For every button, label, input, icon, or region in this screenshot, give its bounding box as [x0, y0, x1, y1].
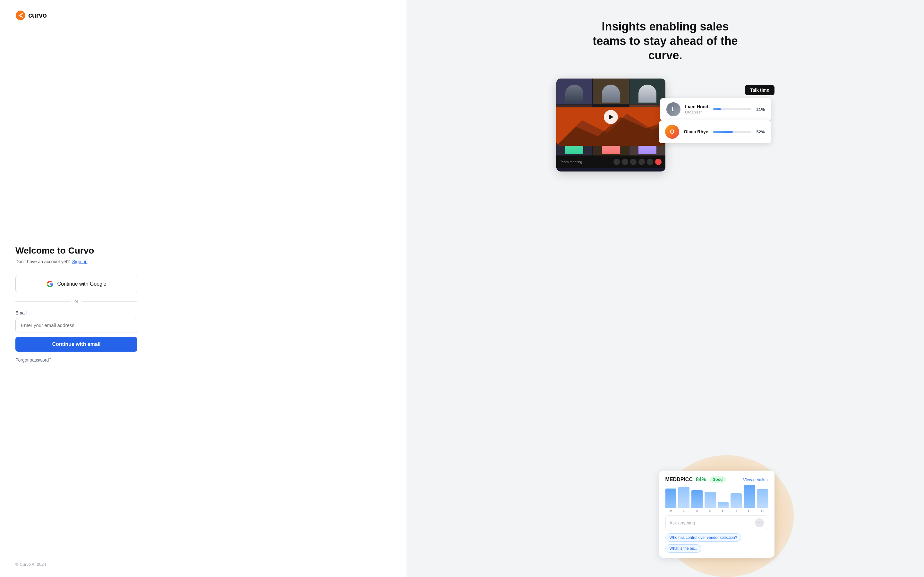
svg-point-0: [16, 11, 25, 20]
stat-bar-fill-liam: [713, 108, 721, 110]
left-panel: curvo Welcome to Curvo Don't have an acc…: [0, 0, 407, 577]
bar-label-M: M: [669, 509, 672, 513]
video-cell-2: [593, 79, 629, 104]
bar-label-I: I: [736, 509, 737, 513]
continue-email-button[interactable]: Continue with email: [15, 337, 137, 351]
bar-label-P: P: [722, 509, 724, 513]
bar-C2: [757, 489, 768, 508]
bar-label-C2: C: [761, 509, 764, 513]
stat-bar-track-liam: [713, 108, 751, 110]
stat-name-olivia: Olivia Rhye: [684, 129, 708, 134]
view-details-link[interactable]: View details ›: [743, 477, 768, 482]
bar-P: [718, 502, 729, 508]
talk-time-badge: Talk time: [745, 85, 774, 95]
divider-row: or: [15, 299, 137, 304]
video-footer: Team meeting: [556, 155, 666, 168]
right-headline: Insights enabling sales teams to stay ah…: [585, 19, 746, 63]
meddpicc-header: MEDDPICC 84% Good View details ›: [666, 476, 768, 483]
stat-name-liam: Liam Hood: [685, 104, 708, 109]
person-2: [593, 79, 629, 104]
stat-info-olivia: Olivia Rhye: [684, 129, 708, 134]
ctrl-screen[interactable]: [630, 159, 636, 165]
play-triangle-icon: [609, 114, 614, 119]
stat-bar-track-olivia: [713, 131, 751, 133]
bar-col-M: M: [666, 488, 677, 513]
signup-link[interactable]: Sign up: [72, 259, 87, 264]
meddpicc-card: MEDDPICC 84% Good View details › M E: [659, 471, 774, 558]
talk-time-label: Talk time: [750, 87, 769, 93]
email-label: Email: [15, 310, 137, 316]
play-button[interactable]: [604, 110, 618, 124]
person-1: [556, 79, 592, 104]
google-signin-button[interactable]: Continue with Google: [15, 276, 137, 292]
bar-D1: [691, 490, 703, 508]
suggestion-pills: Who has control over vendor selection? W…: [666, 533, 768, 553]
bar-C1: [744, 485, 755, 508]
stat-pct-olivia: 52%: [754, 129, 765, 134]
bar-col-E: E: [678, 487, 690, 513]
google-icon: [47, 280, 53, 287]
bar-E: [678, 487, 690, 508]
signup-prompt-text: Don't have an account yet?: [15, 259, 69, 264]
ctrl-mic[interactable]: [614, 159, 620, 165]
bar-I: [730, 493, 742, 508]
bar-col-D1: D: [691, 490, 703, 513]
bar-label-C1: C: [748, 509, 750, 513]
stat-bar-row-liam: 21%: [713, 107, 765, 112]
video-footer-label: Team meeting: [560, 160, 582, 164]
ctrl-end[interactable]: [655, 159, 662, 165]
bar-col-I: I: [730, 493, 742, 513]
stat-card-olivia: O Olivia Rhye 52%: [659, 120, 771, 143]
pill-2[interactable]: What is the bu...: [666, 544, 702, 553]
logo-text: curvo: [28, 11, 47, 19]
bar-label-D1: D: [696, 509, 698, 513]
bar-D2: [704, 492, 716, 508]
bar-col-C2: C: [757, 489, 768, 513]
stat-info-liam: Liam Hood Organizer: [685, 104, 708, 114]
bar-label-E: E: [683, 509, 685, 513]
divider-text: or: [74, 299, 78, 304]
ask-input-placeholder: Ask anything...: [670, 520, 752, 525]
meddpicc-title: MEDDPICC: [666, 477, 693, 482]
meddpicc-score: 84%: [696, 477, 706, 482]
bar-col-D2: D: [704, 492, 716, 513]
ctrl-video[interactable]: [622, 159, 628, 165]
illustration-container: Team meeting Talk time L Liam Hood Organ…: [556, 79, 774, 564]
avatar-liam: L: [666, 102, 680, 116]
curvo-logo-icon: [15, 10, 26, 21]
stat-pct-liam: 21%: [754, 107, 765, 112]
ask-input-row[interactable]: Ask anything... ↑: [666, 516, 768, 530]
bar-label-D2: D: [709, 509, 711, 513]
ctrl-more[interactable]: [647, 159, 653, 165]
forgot-password-link[interactable]: Forgot password?: [15, 358, 137, 363]
bar-col-P: P: [718, 502, 729, 513]
google-btn-label: Continue with Google: [57, 281, 107, 287]
signup-row: Don't have an account yet? Sign up: [15, 259, 137, 264]
stat-card-liam: L Liam Hood Organizer 21%: [660, 98, 771, 121]
meddpicc-badge: Good: [709, 476, 726, 483]
stat-role-liam: Organizer: [685, 110, 708, 114]
video-call-card: Team meeting: [556, 79, 666, 171]
email-input[interactable]: [15, 318, 137, 332]
right-panel: Insights enabling sales teams to stay ah…: [407, 0, 924, 577]
form-area: Welcome to Curvo Don't have an account y…: [15, 46, 137, 562]
ctrl-chat[interactable]: [638, 159, 645, 165]
video-controls: [614, 159, 662, 165]
pill-1[interactable]: Who has control over vendor selection?: [666, 533, 741, 542]
logo-area: curvo: [15, 10, 391, 21]
footer-text: © Curvo AI 2024: [15, 562, 391, 567]
stat-bar-fill-olivia: [713, 131, 733, 133]
avatar-olivia: O: [665, 125, 679, 139]
send-arrow-icon: ↑: [756, 520, 762, 526]
bar-M: [666, 488, 677, 508]
chevron-right-icon: ›: [766, 477, 768, 482]
send-button[interactable]: ↑: [755, 518, 764, 527]
bar-col-C1: C: [744, 485, 755, 513]
welcome-title: Welcome to Curvo: [15, 245, 137, 256]
meddpicc-bar-chart: M E D D P: [666, 487, 768, 513]
video-cell-1: [556, 79, 592, 104]
stat-bar-row-olivia: 52%: [713, 129, 765, 134]
